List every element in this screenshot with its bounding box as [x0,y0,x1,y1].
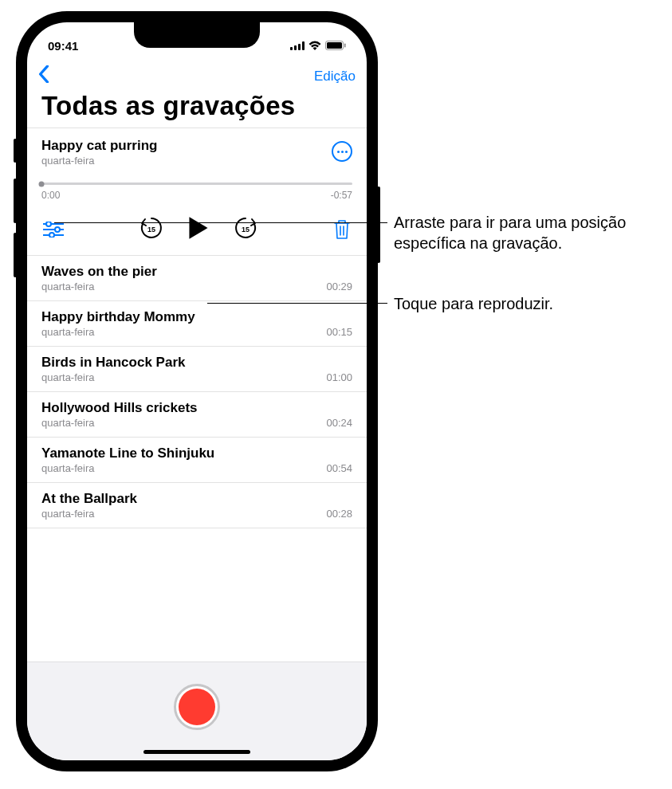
recording-duration: 00:24 [326,417,352,429]
home-indicator[interactable] [143,750,250,754]
edit-button[interactable]: Edição [314,69,356,84]
recording-item[interactable]: Waves on the pierquarta-feira00:29 [27,255,367,300]
recording-duration: 00:15 [326,326,352,338]
recording-item[interactable]: Hollywood Hills cricketsquarta-feira00:2… [27,391,367,437]
recording-title: At the Ballpark [41,491,352,507]
sliders-icon [43,222,64,237]
side-button-voldown [14,233,17,277]
callout-scrub: Arraste para ir para uma posição específ… [394,212,665,253]
chevron-left-icon [38,65,49,83]
recording-date: quarta-feira [41,326,94,338]
status-time: 09:41 [48,39,78,53]
skip-forward-label: 15 [242,226,250,234]
recording-duration: 00:28 [326,508,352,520]
scrubber-track [41,183,352,185]
recording-title: Happy cat purring [41,138,157,154]
recording-title: Yamanote Line to Shinjuku [41,446,352,461]
skip-back-button[interactable]: 15 [139,215,164,244]
phone-screen: 09:41 Edição Todas as gravações Happy ca… [27,22,367,760]
side-button-power [377,186,380,263]
svg-rect-3 [302,41,305,50]
playback-controls: 15 15 [41,215,352,244]
cellular-icon [290,41,305,50]
remaining-time: -0:57 [331,190,352,201]
skip-back-label: 15 [147,226,155,234]
recording-item[interactable]: Birds in Hancock Parkquarta-feira01:00 [27,346,367,391]
status-icons [290,41,346,50]
svg-rect-6 [344,44,346,48]
recordings-list[interactable]: Happy cat purring quarta-feira 0:00 -0:5… [27,128,367,661]
callout-play: Toque para reproduzir. [394,293,665,314]
recording-date: quarta-feira [41,417,94,429]
back-button[interactable] [38,65,49,88]
callout-line [207,303,387,304]
scrubber-thumb[interactable] [39,181,45,186]
recording-title: Hollywood Hills crickets [41,400,352,416]
svg-point-8 [46,222,51,226]
recording-date: quarta-feira [41,155,157,167]
recording-duration: 00:29 [326,281,352,292]
recording-date: quarta-feira [41,462,94,474]
svg-point-10 [55,227,60,232]
recording-item[interactable]: Happy birthday Mommyquarta-feira00:15 [27,300,367,346]
svg-point-12 [49,233,54,237]
page-title: Todas as gravações [27,91,367,128]
recording-item[interactable]: Yamanote Line to Shinjukuquarta-feira00:… [27,437,367,482]
phone-frame: 09:41 Edição Todas as gravações Happy ca… [16,11,378,771]
playback-scrubber[interactable]: 0:00 -0:57 [41,183,352,201]
callout-line [54,222,387,223]
side-button-volup [14,179,17,223]
ellipsis-icon [337,151,348,153]
recording-title: Birds in Hancock Park [41,355,352,371]
recording-title: Happy birthday Mommy [41,309,352,325]
recording-item[interactable]: At the Ballparkquarta-feira00:28 [27,482,367,528]
side-button-mute [14,139,17,163]
nav-bar: Edição [27,59,367,91]
svg-rect-1 [294,45,297,50]
record-button[interactable] [174,684,220,730]
recording-title: Waves on the pier [41,264,352,280]
play-button[interactable] [188,216,209,243]
wifi-icon [308,41,321,50]
svg-rect-5 [327,42,342,49]
options-button[interactable] [43,222,64,237]
elapsed-time: 0:00 [41,190,60,201]
svg-rect-0 [290,47,293,50]
svg-rect-2 [298,44,301,50]
recording-duration: 00:54 [326,462,352,474]
recording-date: quarta-feira [41,281,94,292]
notch [134,22,260,48]
more-button[interactable] [332,141,352,162]
skip-forward-button[interactable]: 15 [233,215,258,244]
recording-expanded[interactable]: Happy cat purring quarta-feira 0:00 -0:5… [27,128,367,255]
recording-date: quarta-feira [41,371,94,383]
play-icon [188,216,209,240]
battery-icon [325,41,346,50]
recording-duration: 01:00 [326,371,352,383]
record-icon [179,689,215,725]
bottom-toolbar [27,661,367,760]
recording-date: quarta-feira [41,508,94,520]
